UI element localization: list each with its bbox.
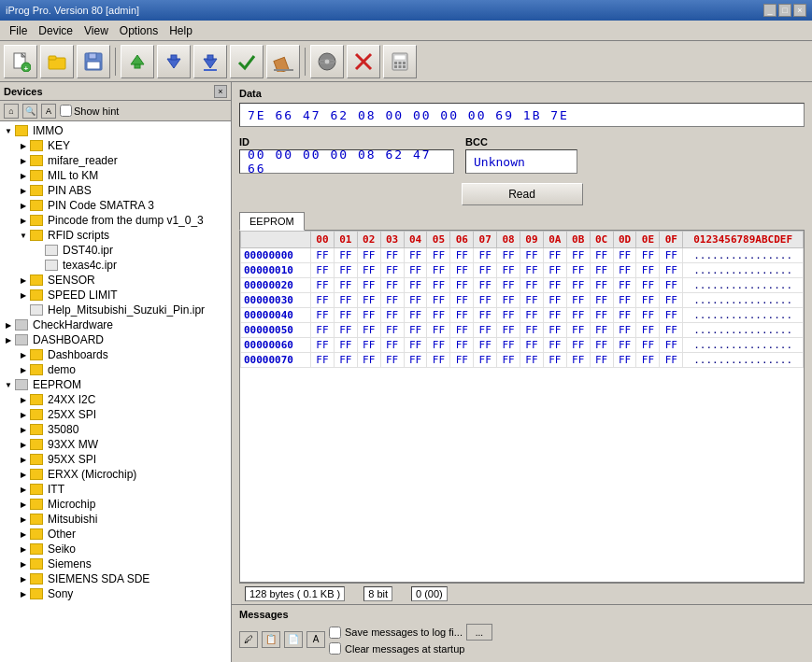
tree-item[interactable]: ▶Siemens <box>2 556 229 571</box>
expand-arrow-icon[interactable]: ▶ <box>19 425 28 434</box>
tree-item[interactable]: ▶demo <box>2 362 229 377</box>
hex-cell[interactable]: FF <box>311 263 335 278</box>
hex-cell[interactable]: FF <box>590 353 613 368</box>
hex-cell[interactable]: FF <box>660 338 683 353</box>
menu-help[interactable]: Help <box>164 22 198 39</box>
hex-cell[interactable]: FF <box>613 278 636 293</box>
expand-arrow-icon[interactable]: ▶ <box>19 365 28 374</box>
messages-copy-button[interactable]: 📋 <box>262 631 280 648</box>
menu-options[interactable]: Options <box>114 22 164 39</box>
hex-cell[interactable]: FF <box>357 338 380 353</box>
hex-cell[interactable]: FF <box>474 323 497 338</box>
hex-cell[interactable]: FF <box>427 338 450 353</box>
hex-cell[interactable]: FF <box>311 248 335 263</box>
tree-item[interactable]: ▶mifare_reader <box>2 153 229 168</box>
new-button[interactable]: + <box>4 45 37 78</box>
hex-cell[interactable]: FF <box>566 308 590 323</box>
expand-arrow-icon[interactable]: ▶ <box>4 320 13 330</box>
hex-cell[interactable]: FF <box>660 293 683 308</box>
hex-cell[interactable]: FF <box>590 263 613 278</box>
hex-cell[interactable]: FF <box>404 338 427 353</box>
hex-cell[interactable]: FF <box>590 278 613 293</box>
hex-cell[interactable]: FF <box>520 338 544 353</box>
expand-arrow-icon[interactable]: ▶ <box>19 275 28 285</box>
tree-item[interactable]: ▶SIEMENS SDA SDE <box>2 571 229 586</box>
hex-cell[interactable]: FF <box>474 308 497 323</box>
hex-cell[interactable]: FF <box>311 293 335 308</box>
hex-cell[interactable]: FF <box>613 353 636 368</box>
hex-cell[interactable]: FF <box>660 308 683 323</box>
hex-cell[interactable]: FF <box>450 338 474 353</box>
hex-cell[interactable]: FF <box>660 263 683 278</box>
expand-arrow-icon[interactable]: ▶ <box>19 485 28 494</box>
hex-cell[interactable]: FF <box>334 323 357 338</box>
hex-cell[interactable]: FF <box>334 338 357 353</box>
expand-arrow-icon[interactable]: ▶ <box>4 335 13 345</box>
expand-arrow-icon[interactable]: ▼ <box>4 126 13 135</box>
expand-arrow-icon[interactable]: ▶ <box>19 500 28 509</box>
hex-cell[interactable]: FF <box>636 263 660 278</box>
tree-item[interactable]: ▶Microchip <box>2 497 229 512</box>
hex-cell[interactable]: FF <box>543 248 566 263</box>
hex-cell[interactable]: FF <box>404 248 427 263</box>
tree-item[interactable]: ▶SENSOR <box>2 273 229 288</box>
expand-arrow-icon[interactable]: ▶ <box>19 470 28 479</box>
hex-cell[interactable]: FF <box>543 353 566 368</box>
hex-cell[interactable]: FF <box>357 323 380 338</box>
check-button[interactable] <box>230 45 264 78</box>
hex-cell[interactable]: FF <box>474 338 497 353</box>
tree-item[interactable]: ▶Pincode from the dump v1_0_3 <box>2 213 229 228</box>
hex-cell[interactable]: FF <box>311 338 335 353</box>
tab-eeprom[interactable]: EEPROM <box>239 212 305 231</box>
tree-item[interactable]: ▼EEPROM <box>2 377 229 392</box>
read-button[interactable]: Read <box>462 183 583 205</box>
hex-cell[interactable]: FF <box>334 248 357 263</box>
tree-item[interactable]: ▶24XX I2C <box>2 392 229 407</box>
hex-cell[interactable]: FF <box>660 353 683 368</box>
expand-arrow-icon[interactable]: ▶ <box>19 395 28 404</box>
download2-button[interactable] <box>193 45 227 78</box>
hex-cell[interactable]: FF <box>474 293 497 308</box>
hex-cell[interactable]: FF <box>543 323 566 338</box>
hex-cell[interactable]: FF <box>590 293 613 308</box>
menu-view[interactable]: View <box>78 22 114 39</box>
hex-cell[interactable]: FF <box>520 353 544 368</box>
hex-cell[interactable]: FF <box>427 263 450 278</box>
calc-button[interactable] <box>383 45 417 78</box>
hex-cell[interactable]: FF <box>590 308 613 323</box>
expand-arrow-icon[interactable]: ▶ <box>19 544 28 554</box>
hex-cell[interactable]: FF <box>497 248 520 263</box>
hex-cell[interactable]: FF <box>311 278 335 293</box>
tree-item[interactable]: DST40.ipr <box>2 243 229 258</box>
hex-cell[interactable]: FF <box>566 248 590 263</box>
hex-cell[interactable]: FF <box>357 248 380 263</box>
tree-item[interactable]: ▶ERXX (Microchip) <box>2 467 229 482</box>
hex-cell[interactable]: FF <box>404 263 427 278</box>
maximize-button[interactable]: □ <box>778 4 791 17</box>
hex-cell[interactable]: FF <box>636 323 660 338</box>
tree-item[interactable]: ▶MIL to KM <box>2 168 229 183</box>
download-button[interactable] <box>157 45 191 78</box>
hex-cell[interactable]: FF <box>380 338 404 353</box>
hex-cell[interactable]: FF <box>590 323 613 338</box>
hex-cell[interactable]: FF <box>427 248 450 263</box>
hex-cell[interactable]: FF <box>380 323 404 338</box>
expand-arrow-icon[interactable]: ▼ <box>19 231 28 240</box>
hex-cell[interactable]: FF <box>357 353 380 368</box>
hex-cell[interactable]: FF <box>497 293 520 308</box>
expand-arrow-icon[interactable]: ▶ <box>19 440 28 449</box>
hex-cell[interactable]: FF <box>380 353 404 368</box>
hex-cell[interactable]: FF <box>520 308 544 323</box>
tree-item[interactable]: texas4c.ipr <box>2 258 229 273</box>
hex-cell[interactable]: FF <box>450 323 474 338</box>
hex-cell[interactable]: FF <box>520 263 544 278</box>
hex-cell[interactable]: FF <box>380 308 404 323</box>
hex-cell[interactable]: FF <box>543 263 566 278</box>
hex-cell[interactable]: FF <box>380 293 404 308</box>
minimize-button[interactable]: _ <box>763 4 776 17</box>
expand-arrow-icon[interactable]: ▶ <box>19 410 28 419</box>
hex-cell[interactable]: FF <box>636 353 660 368</box>
hex-cell[interactable]: FF <box>357 293 380 308</box>
hex-cell[interactable]: FF <box>543 308 566 323</box>
hex-cell[interactable]: FF <box>660 278 683 293</box>
